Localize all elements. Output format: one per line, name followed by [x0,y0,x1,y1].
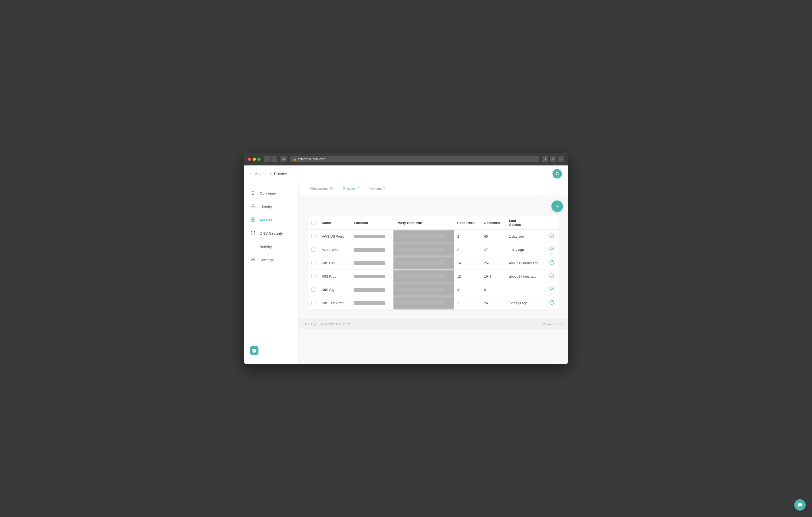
sidebar-item-activity[interactable]: Activity [244,240,298,253]
th-status [546,216,559,230]
lock-icon: 🔒 [293,158,296,161]
cell-location-2 [351,256,394,270]
fullscreen-window-button[interactable] [257,158,261,161]
sidebar-item-access[interactable]: Access [244,214,298,226]
cell-name-2: K8S Dev [319,256,351,270]
cell-proxy-host-1 [394,243,454,256]
cell-resources-5: 1 [454,296,481,310]
table-row[interactable]: K8S Test Prod 1 26 12 days ago [308,296,559,310]
breadcrumb: Access > Proxies [255,172,287,176]
top-bar-left: ‹ Access > Proxies [250,171,287,176]
cell-proxy-host-5 [394,296,454,310]
svg-rect-4 [253,219,255,221]
cell-status-2 [546,256,559,270]
back-button[interactable]: ‹ [250,171,252,176]
th-last-access: Last Access [506,216,547,230]
row-checkbox-1[interactable] [311,247,316,252]
row-checkbox-5[interactable] [311,301,316,305]
add-proxy-button[interactable]: + [551,201,563,212]
identity-icon [250,204,256,210]
tab-resources-label: Resources [310,186,328,190]
sidebar-label-dns-security: DNS Security [260,231,283,236]
browser-actions: ⬆ ⧉ + [542,156,564,162]
browser-window: ‹ › ⊞ 🔒 enterprise.fyde.com ⬆ ⧉ + ‹ Acce… [244,153,568,364]
cell-name-3: K8S Prod [319,270,351,283]
tab-policies-count: 6 [383,187,385,190]
cell-location-0 [351,230,394,243]
close-window-button[interactable] [248,158,251,161]
svg-point-0 [252,204,254,206]
sidebar-item-settings[interactable]: Settings [244,254,298,266]
cell-proxy-host-3 [394,270,454,283]
share-button[interactable]: ⬆ [542,156,548,162]
tab-policies[interactable]: Policies 6 [364,182,390,195]
access-icon [250,217,256,223]
tab-proxies-count: 7 [357,187,359,190]
status-check-icon [549,261,554,266]
svg-point-12 [550,274,554,278]
cell-name-1: Azure vNet [319,243,351,256]
table-row[interactable]: Azure vNet 2 27 1 day ago [308,243,559,256]
tab-proxies[interactable]: Proxies 7 [338,182,364,195]
table-wrapper: + Name Location Pro [299,195,568,319]
fyde-logo [250,346,258,355]
th-proxy-host-port: Proxy Host:Port [394,216,454,230]
add-btn-row: + [304,201,563,212]
settings-icon [250,257,256,263]
forward-browser-button[interactable]: › [271,156,277,162]
status-check-icon [549,248,554,252]
status-check-icon [549,301,554,306]
cell-status-3 [546,270,559,283]
cell-proxy-host-4 [394,283,454,296]
sidebar-item-dns-security[interactable]: DNS Security [244,227,298,239]
row-checkbox-2[interactable] [311,261,316,265]
sidebar-item-overview[interactable]: ⠿ Overview [244,187,298,200]
main-layout: ⠿ Overview Identity [244,182,568,364]
chat-button[interactable] [794,499,806,511]
table-row[interactable]: K8S Stg 3 0 – [308,283,559,296]
cell-accesses-0: 65 [481,230,506,243]
cell-resources-3: 12 [454,270,481,283]
table-row[interactable]: K8S Dev 14 257 about 19 hours ago [308,256,559,270]
breadcrumb-current: Proxies [274,172,287,176]
browser-nav-buttons: ‹ › [264,156,277,162]
row-checkbox-4[interactable] [311,287,316,292]
cell-proxy-host-0 [394,230,454,243]
select-all-checkbox[interactable] [311,221,316,225]
minimize-window-button[interactable] [253,158,256,161]
breadcrumb-separator: > [270,172,272,176]
user-avatar[interactable]: G [552,169,562,179]
add-button[interactable]: + [558,156,564,162]
address-bar[interactable]: 🔒 enterprise.fyde.com [290,156,539,162]
sidebar-toggle-button[interactable]: ⊞ [281,156,287,162]
cell-location-5 [351,296,394,310]
sidebar-item-identity[interactable]: Identity [244,201,298,213]
table-row[interactable]: K8S Prod 12 1643 about 2 hours ago [308,270,559,283]
breadcrumb-link[interactable]: Access [255,172,267,176]
version-text: Version: v0.7.7 [543,323,562,326]
footer: Last login: Jul 24 2019 at 23:03 PM Vers… [299,319,568,329]
sidebar-bottom [244,342,298,359]
row-checkbox-0[interactable] [311,234,316,238]
cell-resources-4: 3 [454,283,481,296]
cell-accesses-4: 0 [481,283,506,296]
tab-proxies-label: Proxies [343,186,355,190]
cell-last-access-5: 12 days ago [506,296,547,310]
tab-resources[interactable]: Resources 83 [305,182,338,195]
svg-rect-3 [251,219,253,221]
th-resources: Resources [454,216,481,230]
traffic-lights [248,158,261,161]
row-checkbox-3[interactable] [311,274,316,278]
overview-icon: ⠿ [250,190,256,196]
dns-security-icon [250,230,256,236]
sidebar-label-settings: Settings [260,258,273,262]
sidebar-label-activity: Activity [260,244,272,249]
cell-location-3 [351,270,394,283]
activity-icon [250,244,256,250]
new-tab-button[interactable]: ⧉ [550,156,556,162]
content-area: Resources 83 Proxies 7 Policies 6 [299,182,568,364]
svg-rect-1 [251,217,253,219]
back-browser-button[interactable]: ‹ [264,156,270,162]
cell-accesses-1: 27 [481,243,506,256]
table-row[interactable]: AWS US West 2 65 1 day ago [308,230,559,243]
